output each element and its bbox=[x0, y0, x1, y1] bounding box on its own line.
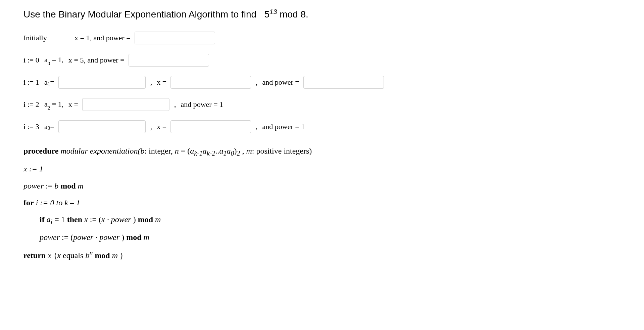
i3-comma1: , bbox=[150, 122, 152, 131]
title-exp: 13 bbox=[269, 8, 277, 15]
i2-comma: , bbox=[174, 100, 176, 109]
row-initially: Initially x = 1, and power = bbox=[23, 32, 621, 44]
i1-power-label: and power = bbox=[262, 78, 299, 87]
i1-comma2: , bbox=[256, 78, 258, 87]
procedure-block: procedure modular exponentiation(b: inte… bbox=[23, 142, 621, 264]
i3-power-text: and power = 1 bbox=[262, 122, 305, 131]
input-i3-x[interactable] bbox=[170, 120, 251, 133]
proc-line4: for i := 0 to k – 1 bbox=[23, 194, 621, 211]
label-a1: a1 = bbox=[44, 78, 54, 87]
input-i3-a[interactable] bbox=[58, 120, 146, 133]
divider bbox=[23, 281, 621, 281]
i1-comma1: , bbox=[150, 78, 152, 87]
title-prefix: Use the Binary Modular Exponentiation Al… bbox=[23, 9, 256, 19]
i3-x-label: x = bbox=[157, 122, 166, 131]
input-i1-power[interactable] bbox=[303, 76, 384, 89]
proc-line5: if ai = 1 then x := (x · power ) mod m bbox=[23, 211, 621, 229]
title-mod-val: 8. bbox=[300, 9, 308, 19]
input-i1-x[interactable] bbox=[170, 76, 251, 89]
i0-x-text: x = 5, and power = bbox=[68, 56, 125, 65]
row-i1: i := 1 a1 = , x = , and power = bbox=[23, 76, 621, 89]
proc-line1: procedure modular exponentiation(b: inte… bbox=[23, 142, 621, 160]
input-i1-a[interactable] bbox=[58, 76, 146, 89]
input-i2-x[interactable] bbox=[82, 98, 169, 111]
title-mod-word: mod bbox=[280, 9, 298, 19]
proc-line2: x := 1 bbox=[23, 160, 621, 177]
i2-x-label: x = bbox=[68, 100, 78, 109]
label-i0: i := 0 bbox=[23, 56, 40, 65]
label-i2: i := 2 bbox=[23, 100, 40, 109]
proc-line3: power := b mod m bbox=[23, 177, 621, 194]
label-a0: a0 = 1, bbox=[44, 55, 64, 65]
proc-line6: power := (power · power ) mod m bbox=[23, 229, 621, 246]
i1-x-label: x = bbox=[157, 78, 166, 87]
input-initial-power[interactable] bbox=[135, 32, 215, 44]
row-i3: i := 3 a3 = , x = , and power = 1 bbox=[23, 120, 621, 133]
initially-x-text: x = 1, and power = bbox=[75, 34, 131, 42]
i2-power-text: and power = 1 bbox=[181, 100, 223, 109]
row-i0: i := 0 a0 = 1, x = 5, and power = bbox=[23, 54, 621, 67]
label-i1: i := 1 bbox=[23, 78, 40, 87]
title-base: 5 bbox=[264, 9, 270, 19]
proc-line7: return x {x equals bn mod m } bbox=[23, 246, 621, 264]
label-a2: a2 = 1, bbox=[44, 100, 64, 110]
row-i2: i := 2 a2 = 1, x = , and power = 1 bbox=[23, 98, 621, 111]
label-a3: a3 = bbox=[44, 122, 54, 131]
i3-comma2: , bbox=[256, 122, 258, 131]
label-initially: Initially bbox=[23, 34, 70, 42]
question-title: Use the Binary Modular Exponentiation Al… bbox=[23, 7, 621, 22]
label-i3: i := 3 bbox=[23, 122, 40, 131]
input-i0-power[interactable] bbox=[129, 54, 209, 67]
